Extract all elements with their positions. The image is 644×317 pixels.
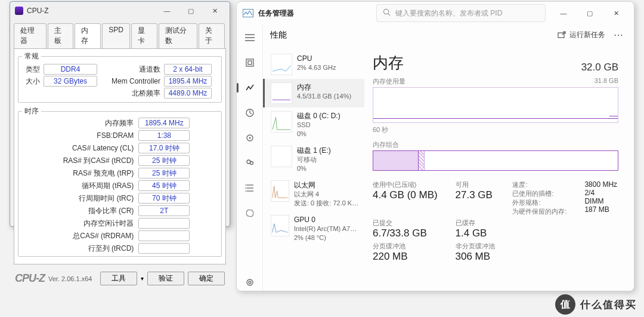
in-use-label: 使用中(已压缩) [373,180,439,189]
perf-item-GPU 0[interactable]: GPU 0 Intel(R) Arc(TM) A750... 2% (48 °C… [263,211,364,246]
hw-value: 187 MB [584,205,609,214]
minimize-button[interactable]: — [550,4,577,22]
perf-list: CPU 2% 4.63 GHz 内存 4.5/31.8 GB (14%) 磁盘 … [263,47,364,291]
timing-value: 2T [138,205,190,216]
search-input[interactable]: 键入要搜索的名称、发布者或 PID [376,4,546,22]
svg-point-15 [245,184,246,186]
run-new-task-button[interactable]: 运行新任务 [558,30,605,40]
close-button[interactable]: ✕ [205,4,225,17]
channels-value: 2 x 64-bit [164,64,212,75]
timings-group: 时序 内存频率1895.4 MHzFSB:DRAM1:38CAS# Latenc… [18,106,222,257]
tab-处理器[interactable]: 处理器 [14,23,47,48]
perf-item-以太网[interactable]: 以太网 以太网 4 发送: 0 接收: 72.0 Kbps [263,177,364,211]
perf-item-磁盘 0 (C: D:)[interactable]: 磁盘 0 (C: D:) SSD 0% [263,107,364,142]
perf-sub2: 0% [297,130,340,139]
nav-users-icon[interactable] [242,155,258,171]
available-label: 可用 [456,180,496,189]
ok-button[interactable]: 确定 [188,272,225,285]
minimize-button[interactable]: — [157,4,177,17]
perf-item-磁盘 1 (E:)[interactable]: 磁盘 1 (E:) 可移动 0% [263,142,364,177]
cpuz-window: CPU-Z — ▢ ✕ 处理器主板内存SPD显卡测试分数关于 常规 类型 DDR… [10,1,230,227]
timing-label: FSB:DRAM [52,131,134,140]
tab-主板[interactable]: 主板 [48,23,74,48]
timing-label: RAS# 预充电 (tRP) [52,168,134,178]
tm-titlebar[interactable]: 任务管理器 键入要搜索的名称、发布者或 PID — ▢ ✕ [237,2,634,24]
nonpaged-value: 306 MB [456,251,496,263]
hw-label: 为硬件保留的内存: [512,208,566,215]
timing-label: 内存频率 [52,118,134,128]
usage-chart [373,87,618,123]
smzdm-watermark: 值 什么值得买 [555,294,637,315]
perf-sub: Intel(R) Arc(TM) A750... [294,224,360,233]
detail-title: 内存 [373,53,404,73]
perf-item-CPU[interactable]: CPU 2% 4.63 GHz [263,50,364,79]
in-use-value: 4.4 GB (0 MB) [373,189,439,201]
timing-value [138,243,190,254]
task-manager-icon [243,9,253,17]
perf-name: GPU 0 [294,215,360,224]
svg-point-18 [247,279,253,285]
perf-sub: SSD [297,121,340,130]
tools-button[interactable]: 工具 [100,272,137,285]
cached-value: 1.4 GB [456,227,496,239]
paged-label: 分页缓冲池 [373,242,439,251]
search-icon [383,8,391,18]
nav-performance-icon[interactable] [242,79,258,96]
nav-settings-icon[interactable] [242,274,258,291]
tab-内存[interactable]: 内存 [75,23,101,48]
nav-services-icon[interactable] [242,205,258,221]
available-value: 27.3 GB [456,189,496,201]
axis-label: 60 秒 [373,125,618,134]
type-label: 类型 [22,64,40,75]
section-title: 性能 [270,30,287,41]
tab-SPD[interactable]: SPD [102,23,130,48]
timing-label: 行至列 (tRCD) [52,244,134,254]
timing-value [138,218,190,229]
speed-label: 速度: [512,181,527,188]
maximize-button[interactable]: ▢ [181,4,201,17]
timing-value: 25 时钟 [138,155,190,166]
cpuz-footer: CPU-Z Ver. 2.06.1.x64 工具 ▾ 验证 确定 [10,268,230,289]
nav-details-icon[interactable] [242,180,258,196]
tab-显卡[interactable]: 显卡 [131,23,157,48]
memctrl-label: Mem Controller [109,77,160,85]
perf-name: CPU [297,54,336,63]
svg-point-17 [245,190,246,192]
perf-sub: 以太网 4 [294,190,360,199]
timing-value: 1895.4 MHz [138,118,190,128]
general-group: 常规 类型 DDR4 大小 32 GBytes 通道数 2 x 64-bit M… [18,51,222,103]
nav-menu-icon[interactable] [242,29,258,46]
svg-rect-6 [248,61,252,64]
nav-rail [237,24,263,291]
type-value: DDR4 [44,64,97,75]
cpuz-titlebar[interactable]: CPU-Z — ▢ ✕ [10,2,230,20]
window-title: CPU-Z [27,7,49,15]
tab-测试分数[interactable]: 测试分数 [159,23,198,48]
nav-processes-icon[interactable] [242,54,258,71]
perf-sub2: 发送: 0 接收: 72.0 Kbps [294,199,360,208]
size-label: 大小 [22,76,40,87]
cpuz-tabbar: 处理器主板内存SPD显卡测试分数关于 [10,20,230,48]
nb-label: 北桥频率 [109,88,160,99]
perf-name: 以太网 [294,180,360,190]
verify-button[interactable]: 验证 [147,272,184,285]
svg-point-9 [249,137,250,139]
memctrl-value: 1895.4 MHz [164,76,212,87]
timing-label: CAS# Latency (CL) [52,144,134,152]
tab-关于[interactable]: 关于 [199,23,225,48]
perf-item-内存[interactable]: 内存 4.5/31.8 GB (14%) [263,79,364,107]
cpuz-version: Ver. 2.06.1.x64 [48,275,92,282]
composition-chart [373,150,618,171]
nav-history-icon[interactable] [242,104,258,121]
slots-label: 已使用的插槽: [512,190,553,197]
svg-line-1 [388,14,390,16]
maximize-button[interactable]: ▢ [577,4,603,22]
perf-sub2: 2% (48 °C) [294,233,360,242]
timing-label: 总CAS# (tRDRAM) [52,231,134,241]
more-menu-button[interactable]: ⋯ [611,29,627,41]
svg-point-19 [249,281,251,284]
nav-startup-icon[interactable] [242,130,258,146]
svg-point-16 [245,187,246,189]
close-button[interactable]: ✕ [603,4,629,22]
timing-value: 25 时钟 [138,168,190,178]
